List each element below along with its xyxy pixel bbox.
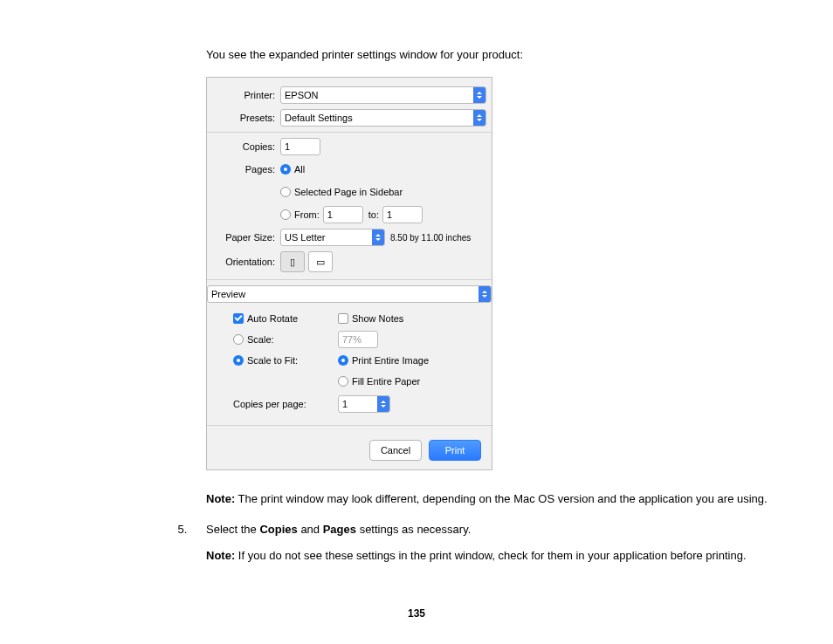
step-list: Select the Copies and Pages settings as …: [175, 523, 803, 536]
paper-size-select[interactable]: US Letter: [280, 229, 385, 246]
scale-radio[interactable]: [233, 334, 244, 345]
paper-size-label: Paper Size:: [207, 232, 280, 243]
person-portrait-icon: ▯: [290, 257, 295, 268]
copies-per-page-label: Copies per page:: [233, 399, 306, 409]
presets-value: Default Settings: [281, 110, 473, 126]
auto-rotate-text: Auto Rotate: [247, 313, 298, 324]
presets-label: Presets:: [207, 113, 280, 123]
copies-row: Copies: 1: [207, 138, 486, 155]
cancel-button[interactable]: Cancel: [369, 440, 422, 461]
page-number: 135: [0, 607, 833, 620]
divider: [207, 425, 492, 426]
updown-icon: [478, 286, 491, 302]
updown-icon: [473, 110, 485, 126]
printer-select[interactable]: EPSON: [280, 86, 486, 104]
scale-to-fit-text: Scale to Fit:: [247, 355, 298, 366]
pages-all-radio[interactable]: [280, 164, 291, 175]
orientation-landscape-button[interactable]: ▭: [308, 251, 333, 272]
show-notes-checkbox[interactable]: [338, 313, 348, 324]
divider: [207, 132, 492, 133]
pages-from-radio[interactable]: [280, 209, 291, 220]
note-label: Note:: [206, 492, 235, 505]
pages-from-input[interactable]: 1: [323, 206, 363, 223]
updown-icon: [372, 230, 384, 245]
divider: [207, 279, 492, 280]
pages-row: Pages: All: [207, 161, 486, 178]
pages-label: Pages:: [207, 164, 280, 175]
pages-selected-text: Selected Page in Sidebar: [294, 187, 403, 197]
step-text-b: Copies: [259, 523, 297, 536]
note-text: The print window may look different, dep…: [235, 492, 767, 505]
note-text-2: If you do not see these settings in the …: [235, 549, 746, 562]
person-landscape-icon: ▭: [316, 257, 325, 268]
orientation-label: Orientation:: [207, 257, 280, 267]
pages-from-label: From:: [294, 209, 320, 220]
updown-icon: [377, 396, 389, 412]
scale-text: Scale:: [247, 334, 274, 345]
pages-to-label: to:: [368, 209, 379, 220]
presets-row: Presets: Default Settings: [207, 109, 486, 127]
presets-select[interactable]: Default Settings: [280, 109, 486, 127]
copies-per-page-select[interactable]: 1: [338, 395, 390, 413]
note-block-1: Note: The print window may look differen…: [206, 491, 803, 507]
button-bar: Cancel Print: [207, 431, 492, 469]
section-select[interactable]: Preview: [207, 285, 492, 303]
step-5: Select the Copies and Pages settings as …: [190, 523, 803, 536]
pages-all-text: All: [294, 164, 305, 175]
pages-to-input[interactable]: 1: [382, 206, 423, 223]
section-row: Preview: [207, 285, 492, 303]
auto-rotate-checkbox[interactable]: [233, 313, 244, 324]
fill-entire-text: Fill Entire Paper: [352, 376, 420, 387]
paper-dimensions: 8.50 by 11.00 inches: [390, 233, 471, 243]
step-text-d: Pages: [323, 523, 356, 536]
step-text-a: Select the: [206, 523, 259, 536]
note-block-2: Note: If you do not see these settings i…: [206, 548, 803, 564]
preview-options: Auto Rotate Show Notes Scale: 77%: [207, 310, 492, 421]
copies-per-page-value: 1: [339, 396, 377, 412]
printer-value: EPSON: [281, 87, 473, 103]
print-entire-radio[interactable]: [338, 355, 348, 366]
pages-from-row: From: 1 to: 1: [207, 206, 486, 223]
print-dialog: Printer: EPSON Presets: Default Settings…: [206, 77, 492, 470]
updown-icon: [473, 87, 485, 103]
pages-selected-radio[interactable]: [280, 187, 291, 197]
pages-selected-row: Selected Page in Sidebar: [207, 183, 486, 201]
scale-input[interactable]: 77%: [338, 331, 378, 348]
note-label-2: Note:: [206, 549, 235, 562]
section-value: Preview: [208, 286, 478, 302]
copies-input[interactable]: 1: [280, 138, 320, 155]
paper-size-value: US Letter: [281, 230, 372, 245]
orientation-row: Orientation: ▯ ▭: [207, 251, 486, 272]
paper-size-row: Paper Size: US Letter 8.50 by 11.00 inch…: [207, 229, 486, 246]
step-text-e: settings as necessary.: [356, 523, 471, 536]
intro-text: You see the expanded printer settings wi…: [206, 48, 803, 61]
step-text-c: and: [298, 523, 323, 536]
orientation-portrait-button[interactable]: ▯: [280, 251, 305, 272]
print-entire-text: Print Entire Image: [352, 355, 429, 366]
printer-label: Printer:: [207, 90, 280, 100]
fill-entire-radio[interactable]: [338, 376, 348, 387]
scale-to-fit-radio[interactable]: [233, 355, 244, 366]
show-notes-text: Show Notes: [352, 313, 403, 324]
copies-label: Copies:: [207, 141, 280, 152]
printer-row: Printer: EPSON: [207, 86, 486, 104]
print-button[interactable]: Print: [429, 440, 481, 461]
